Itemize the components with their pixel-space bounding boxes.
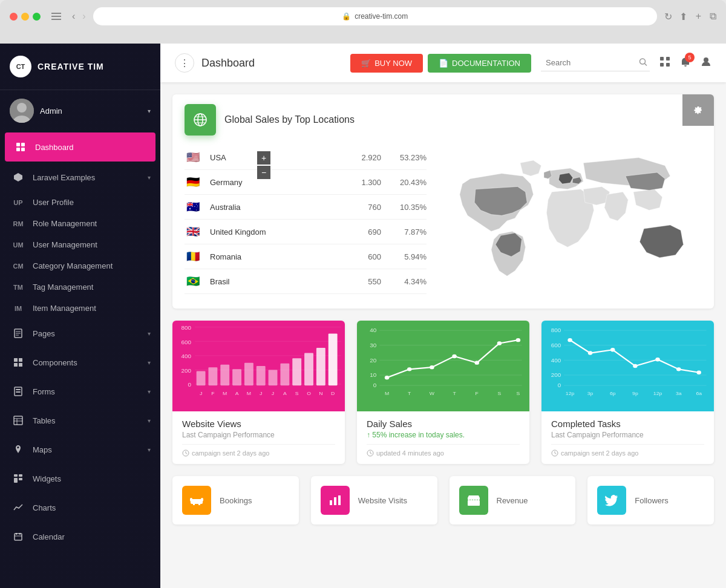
sidebar-item-charts[interactable]: Charts bbox=[0, 493, 160, 522]
traffic-lights bbox=[10, 13, 41, 21]
forward-button[interactable]: › bbox=[82, 11, 85, 22]
sidebar-item-laravel[interactable]: Laravel Examples ▾ bbox=[0, 163, 160, 192]
zoom-in-button[interactable]: + bbox=[257, 151, 270, 165]
main-content: Global Sales by Top Locations 🇺🇸 USA 2.9… bbox=[160, 82, 726, 588]
country-value: 1.300 bbox=[351, 178, 381, 187]
brand-name: CREATIVE TIM bbox=[38, 62, 104, 71]
svg-text:T: T bbox=[453, 391, 456, 396]
svg-rect-18 bbox=[14, 416, 22, 425]
back-button[interactable]: ‹ bbox=[72, 11, 75, 22]
table-row: 🇬🇧 United Kingdom 690 7.87% bbox=[185, 220, 427, 244]
svg-rect-53 bbox=[208, 367, 217, 385]
sidebar-item-pages[interactable]: Pages ▾ bbox=[0, 319, 160, 348]
svg-text:W: W bbox=[430, 391, 435, 396]
svg-text:9p: 9p bbox=[632, 391, 638, 396]
svg-text:T: T bbox=[408, 391, 411, 396]
svg-text:30: 30 bbox=[370, 343, 376, 348]
daily-sales-footer: updated 4 minutes ago bbox=[367, 444, 520, 457]
sidebar-item-maps-label: Maps bbox=[33, 445, 148, 454]
svg-text:F: F bbox=[211, 391, 214, 396]
settings-button[interactable] bbox=[682, 94, 714, 126]
svg-rect-32 bbox=[660, 57, 664, 60]
svg-text:A: A bbox=[283, 391, 287, 396]
reload-button[interactable]: ↻ bbox=[664, 11, 672, 22]
svg-point-117 bbox=[588, 351, 592, 354]
sidebar-item-components[interactable]: Components ▾ bbox=[0, 348, 160, 377]
clock-icon bbox=[182, 449, 189, 457]
country-percent: 4.34% bbox=[393, 277, 427, 286]
search-input[interactable] bbox=[541, 54, 650, 71]
header-menu-button[interactable]: ⋮ bbox=[175, 53, 194, 73]
country-percent: 53.23% bbox=[393, 153, 427, 162]
svg-rect-137 bbox=[198, 503, 200, 505]
sidebar-item-role-management[interactable]: RM Role Management bbox=[0, 213, 160, 234]
sidebar-item-calendar[interactable]: Calendar bbox=[0, 522, 160, 551]
buy-now-button[interactable]: 🛒 BUY NOW bbox=[350, 54, 423, 73]
country-name: Romania bbox=[210, 252, 351, 261]
svg-rect-141 bbox=[468, 500, 480, 506]
minimize-button[interactable] bbox=[21, 13, 29, 21]
sidebar-item-user-profile[interactable]: UP User Profile bbox=[0, 192, 160, 213]
table-row: 🇧🇷 Brasil 550 4.34% bbox=[185, 269, 427, 294]
revenue-label: Revenue bbox=[497, 496, 528, 505]
table-row: 🇦🇺 Australia 760 10.35% bbox=[185, 195, 427, 220]
pages-arrow-icon: ▾ bbox=[148, 330, 151, 337]
notifications-button[interactable]: 5 bbox=[680, 56, 691, 70]
flag-romania: 🇷🇴 bbox=[185, 250, 201, 263]
search-button[interactable] bbox=[639, 58, 647, 68]
zoom-out-button[interactable]: − bbox=[257, 166, 270, 179]
documentation-button[interactable]: 📄 DOCUMENTATION bbox=[428, 54, 531, 73]
close-button[interactable] bbox=[10, 13, 18, 21]
sidebar-item-item-management[interactable]: IM Item Management bbox=[0, 298, 160, 319]
sidebar-item-tables-label: Tables bbox=[33, 416, 148, 425]
share-icon[interactable]: ⬆ bbox=[679, 11, 687, 22]
sidebar-item-category-management[interactable]: CM Category Management bbox=[0, 255, 160, 276]
global-sales-card: Global Sales by Top Locations 🇺🇸 USA 2.9… bbox=[172, 94, 714, 309]
user-profile-toggle[interactable]: Admin ▾ bbox=[0, 90, 160, 131]
sidebar-item-charts-label: Charts bbox=[33, 503, 151, 512]
svg-rect-52 bbox=[197, 371, 206, 386]
svg-text:J: J bbox=[260, 391, 262, 396]
sidebar-item-user-management[interactable]: UM User Management bbox=[0, 234, 160, 255]
sidebar-item-laravel-label: Laravel Examples bbox=[33, 173, 148, 182]
country-percent: 20.43% bbox=[393, 178, 427, 187]
components-arrow-icon: ▾ bbox=[148, 359, 151, 366]
page-title: Dashboard bbox=[201, 57, 350, 70]
country-value: 2.920 bbox=[351, 153, 381, 162]
svg-text:S: S bbox=[517, 391, 520, 396]
grid-view-button[interactable] bbox=[659, 56, 670, 70]
revenue-stat-card: Revenue bbox=[450, 476, 576, 524]
duplicate-tab-icon[interactable]: ⧉ bbox=[710, 11, 716, 22]
world-map bbox=[427, 145, 702, 296]
maps-arrow-icon: ▾ bbox=[148, 446, 151, 453]
svg-text:N: N bbox=[319, 391, 322, 396]
sidebar-toggle[interactable] bbox=[51, 13, 61, 20]
sidebar-item-forms[interactable]: Forms ▾ bbox=[0, 377, 160, 406]
svg-rect-16 bbox=[16, 389, 21, 390]
user-account-button[interactable] bbox=[701, 56, 711, 70]
svg-point-94 bbox=[497, 341, 502, 345]
svg-point-1 bbox=[17, 103, 27, 113]
role-abbr: RM bbox=[10, 220, 27, 227]
maximize-button[interactable] bbox=[33, 13, 41, 21]
followers-icon-box bbox=[597, 486, 626, 515]
address-bar[interactable]: 🔒 creative-tim.com bbox=[93, 7, 657, 25]
new-tab-icon[interactable]: + bbox=[696, 11, 701, 22]
sidebar-item-widgets[interactable]: Widgets bbox=[0, 464, 160, 493]
sidebar-item-maps[interactable]: Maps ▾ bbox=[0, 435, 160, 464]
map-card-icon bbox=[185, 104, 216, 136]
sidebar-item-tables[interactable]: Tables ▾ bbox=[0, 406, 160, 435]
sidebar-item-tag-management[interactable]: TM Tag Management bbox=[0, 276, 160, 298]
sidebar-item-dashboard[interactable]: Dashboard bbox=[5, 132, 155, 162]
sidebar-item-tag-management-label: Tag Management bbox=[33, 283, 151, 292]
widgets-icon bbox=[10, 470, 27, 487]
country-value: 690 bbox=[351, 227, 381, 237]
svg-point-118 bbox=[610, 348, 615, 351]
website-views-footer: campaign sent 2 days ago bbox=[182, 444, 335, 457]
table-row: 🇺🇸 USA 2.920 53.23% bbox=[185, 145, 427, 170]
map-zoom-controls: + − bbox=[257, 151, 270, 179]
svg-rect-35 bbox=[666, 63, 670, 67]
svg-rect-13 bbox=[14, 363, 18, 367]
svg-rect-24 bbox=[14, 478, 18, 483]
lock-icon: 🔒 bbox=[342, 12, 351, 21]
